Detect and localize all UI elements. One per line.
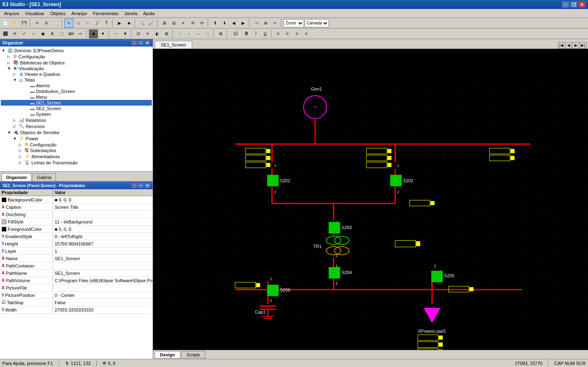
tree-node-pconfig[interactable]: ▷ ⚙ Configuração [1,141,152,148]
tb2-nav2[interactable]: ↓ [184,29,193,38]
expand-telas[interactable]: ▼ [13,78,18,82]
paste-button[interactable]: 📋 [51,19,60,28]
expand-biblio[interactable]: ▷ [7,61,12,65]
tb2-nav3[interactable]: ← [194,29,203,38]
tree-node-menu[interactable]: ▬ Menu [1,94,152,100]
tb-btn-a3[interactable]: ≡ [179,19,188,28]
expand-linhas[interactable]: ▷ [19,161,24,165]
menu-arranjar[interactable]: Arranjar [69,10,90,17]
tb2-align-left[interactable]: ≡ [274,29,283,38]
zoom-select[interactable]: Zoom100%75%50% [284,19,304,27]
tab-organizer[interactable]: Organizer [2,173,31,181]
tb2-b8[interactable]: abl [67,29,75,38]
tree-node-biblio[interactable]: ▷ 📚 Bibliotecas de Objetos [1,60,152,66]
minimize-button[interactable]: ─ [562,1,569,8]
tb2-border[interactable]: ⊡ [134,29,143,38]
tab-galeria[interactable]: Galeria [32,173,55,181]
tree-node-relatorios[interactable]: ▷ 📊 Relatórios [1,117,152,123]
tree-node-config[interactable]: ▷ ⚙ Configuração [1,53,152,60]
tb2-align-right[interactable]: ≡ [293,29,302,38]
props-pin[interactable]: 📌 [131,183,137,188]
tree-node-objetos[interactable]: ▼ 🔌 Objetos de Servidor [1,129,152,135]
tb2-nav4[interactable]: → [203,29,212,38]
tree-node-subestacoes[interactable]: ▷ 🏗 Subestações [1,148,152,153]
tb2-fill[interactable]: ≡ [143,29,152,38]
tb-btn-a5[interactable]: ⟳ [197,19,206,28]
tb2-align-justify[interactable]: ≡ [302,29,311,38]
tree-node-linhas[interactable]: ▷ 📡 Linhas de Transmissão [1,159,152,166]
menu-arquivo[interactable]: Arquivo [2,10,22,17]
expand-alimentadores[interactable]: ▷ [19,155,24,159]
tree-node-recursos[interactable]: ▷ 🔧 Recursos [1,123,152,129]
tb-btn-a4[interactable]: ⟲ [188,19,197,28]
run-button[interactable]: ▶ [115,19,124,28]
tb2-color2[interactable]: ▼ [98,29,107,38]
tab-next[interactable]: ▶ [572,42,579,49]
expand-domain[interactable]: ▼ [2,49,7,53]
tb2-b3[interactable]: ✓ [20,29,29,38]
ellipse-button[interactable]: ○ [83,19,92,28]
tb2-grad[interactable]: ◐ [153,29,162,38]
tb2-b7[interactable]: ⬚ [57,29,66,38]
text-button[interactable]: T [102,19,111,28]
zoom-in-button[interactable]: 🔍 [138,19,146,28]
cut-button[interactable]: ✂ [33,19,42,28]
tb-btn-a1[interactable]: ⊞ [160,19,169,28]
line-button[interactable]: ╱ [93,19,102,28]
tree-node-domain[interactable]: ▼ 🏢 Domínio: E3PowerDemo [1,47,152,53]
open-button[interactable]: 📂 [10,19,19,28]
organizer-pin[interactable]: 📌 [131,40,137,45]
props-close[interactable]: ✕ [144,183,150,188]
tb-btn-a8[interactable]: ◀ [229,19,238,28]
close-button[interactable]: ✕ [578,1,586,8]
props-minimize[interactable]: ─ [138,183,144,188]
tree-node-vis[interactable]: ▼ 👁 Visualização [1,66,152,71]
tb2-b1[interactable]: ⬛ [1,29,10,38]
tb2-line1[interactable]: ─ [111,29,120,38]
expand-objetos[interactable]: ▼ [7,130,12,135]
tree-node-alimentadores[interactable]: ▷ ⚡ Alimentadores [1,153,152,159]
select-button[interactable]: ↖ [64,19,73,28]
tb2-bold[interactable]: B [242,29,251,38]
tb2-group[interactable]: ⊞ [162,29,171,38]
rect-button[interactable]: □ [74,19,83,28]
tb2-line2[interactable]: ▼ [121,29,130,38]
tb-btn-a9[interactable]: ▶ [239,19,248,28]
tree-node-power[interactable]: ▼ ⚡ Power [1,135,152,141]
tb2-b6[interactable]: A [48,29,57,38]
menu-objetos[interactable]: Objetos [48,10,68,17]
organizer-close[interactable]: ✕ [144,40,150,45]
stop-button[interactable]: ■ [124,19,133,28]
organizer-minimize[interactable]: ─ [138,40,144,45]
menu-ferramentas[interactable]: Ferramentas [91,10,121,17]
tab-prev-prev[interactable]: |◀ [558,42,564,49]
expand-recursos[interactable]: ▷ [13,124,18,128]
menu-ajuda[interactable]: Ajuda [141,10,157,17]
expand-power[interactable]: ▼ [13,137,18,141]
tb-btn-a2[interactable]: ⊟ [169,19,178,28]
tb2-b5[interactable]: ◉ [38,29,47,38]
tree-node-se2[interactable]: ▬ SE2_Screen [1,106,152,111]
screen-tab-se1[interactable]: SE1_Screen [155,41,192,49]
restore-button[interactable]: ❐ [570,1,577,8]
tree-node-distribution[interactable]: ▬ Distribution_Screen [1,88,152,94]
tb-btn-a7[interactable]: ⬇ [220,19,229,28]
tb-align-center[interactable]: ⊕ [261,19,270,28]
tree-node-alarms[interactable]: ▬ Alarms [1,83,152,88]
tb2-font-sz[interactable]: 12 [229,29,242,38]
menu-visualizar[interactable]: Visualizar [22,10,47,17]
tb2-grid[interactable]: ⊞ [216,29,225,38]
expand-subestacoes[interactable]: ▷ [19,148,24,153]
tab-design[interactable]: Design [155,351,180,358]
expand-relatorios[interactable]: ▷ [13,118,18,122]
tab-scripts[interactable]: Scripts [181,351,206,358]
new-button[interactable]: 📄 [1,19,10,28]
expand-viewer[interactable]: ▷ [13,72,18,76]
expand-pconfig[interactable]: ▷ [19,143,24,147]
layers-select[interactable]: Camadas [304,19,329,27]
tb-btn-a6[interactable]: ⬆ [211,19,220,28]
tb2-italic[interactable]: I [251,29,260,38]
tb-align-left[interactable]: ⊣ [252,19,261,28]
tb-align-right[interactable]: ⊢ [271,19,280,28]
tb2-b4[interactable]: ○ [29,29,38,38]
